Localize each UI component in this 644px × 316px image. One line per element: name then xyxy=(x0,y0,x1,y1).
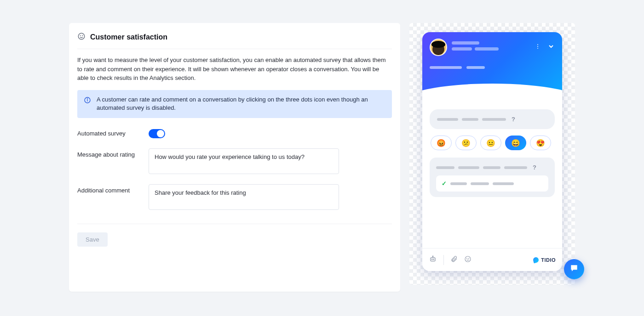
additional-comment-label: Additional comment xyxy=(77,184,149,194)
additional-comment-input[interactable] xyxy=(149,184,339,210)
rating-question-bubble: ? xyxy=(430,109,555,129)
svg-point-16 xyxy=(469,258,469,259)
header-subtext-placeholder xyxy=(430,66,555,69)
avatar xyxy=(430,39,447,56)
emoji-rating-4[interactable]: 😄 xyxy=(505,135,526,150)
chat-footer: TIDIO xyxy=(422,248,562,271)
info-icon xyxy=(84,96,91,113)
chevron-down-icon[interactable] xyxy=(547,43,555,52)
svg-point-8 xyxy=(537,48,538,49)
tidio-brand: TIDIO xyxy=(533,257,556,263)
settings-header: Customer satisfaction xyxy=(77,32,392,49)
emoji-rating-5[interactable]: 😍 xyxy=(530,135,551,150)
save-button[interactable]: Save xyxy=(77,232,108,247)
svg-point-0 xyxy=(78,33,85,40)
header-name-placeholder xyxy=(452,41,530,53)
separator xyxy=(443,255,444,265)
emoji-rating-2[interactable]: 😕 xyxy=(455,135,477,150)
preview-panel: ? 😡 😕 😐 😄 😍 ? xyxy=(409,23,575,285)
bot-icon[interactable] xyxy=(429,255,437,265)
page-title: Customer satisfaction xyxy=(90,33,167,41)
paperclip-icon[interactable] xyxy=(450,255,458,265)
settings-card: Customer satisfaction If you want to mea… xyxy=(69,23,400,292)
emoji-rating-3[interactable]: 😐 xyxy=(480,135,501,150)
info-banner: A customer can rate and comment on a con… xyxy=(77,90,392,118)
message-rating-row: Message about rating xyxy=(77,148,392,174)
svg-point-1 xyxy=(80,35,80,36)
svg-rect-9 xyxy=(431,258,436,261)
tidio-brand-text: TIDIO xyxy=(541,257,556,263)
additional-comment-row: Additional comment xyxy=(77,184,392,210)
page-description: If you want to measure the level of your… xyxy=(77,56,392,83)
message-rating-label: Message about rating xyxy=(77,148,149,158)
divider xyxy=(77,224,392,224)
svg-point-10 xyxy=(431,259,432,260)
svg-point-7 xyxy=(537,46,538,47)
question-mark: ? xyxy=(533,164,536,171)
check-icon: ✓ xyxy=(442,180,447,187)
chat-widget-preview: ? 😡 😕 😐 😄 😍 ? xyxy=(422,32,562,271)
message-rating-input[interactable] xyxy=(149,148,339,174)
more-vertical-icon[interactable] xyxy=(535,43,541,51)
chat-header xyxy=(422,32,562,93)
smiley-icon xyxy=(77,32,86,42)
svg-point-15 xyxy=(467,258,467,259)
question-mark: ? xyxy=(512,116,515,123)
automated-survey-row: Automated survey xyxy=(77,127,392,138)
feedback-box: ? ✓ xyxy=(430,158,555,197)
svg-point-14 xyxy=(465,256,471,262)
chat-body: ? 😡 😕 😐 😄 😍 ? xyxy=(422,93,562,202)
svg-point-5 xyxy=(87,98,87,99)
emoji-icon[interactable] xyxy=(464,255,472,265)
tidio-logo-icon xyxy=(533,256,540,263)
svg-point-6 xyxy=(537,44,538,45)
svg-point-11 xyxy=(433,259,434,260)
automated-survey-label: Automated survey xyxy=(77,127,149,137)
info-text: A customer can rate and comment on a con… xyxy=(97,96,385,113)
chat-launcher-button[interactable] xyxy=(564,259,584,279)
svg-point-2 xyxy=(82,35,83,36)
chat-bubble-icon xyxy=(569,264,579,275)
emoji-rating-1[interactable]: 😡 xyxy=(431,135,452,150)
emoji-rating-row: 😡 😕 😐 😄 😍 xyxy=(430,135,555,150)
feedback-input-preview: ✓ xyxy=(436,175,548,192)
automated-survey-toggle[interactable] xyxy=(149,129,165,138)
